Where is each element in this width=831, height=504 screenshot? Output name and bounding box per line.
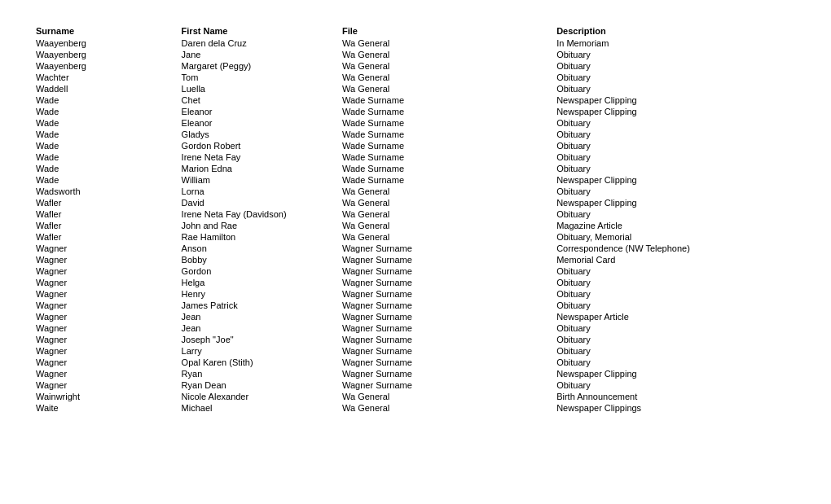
cell-firstname: Tom — [178, 72, 339, 83]
cell-file: Wa General — [339, 72, 553, 83]
cell-file: Wagner Surname — [339, 288, 553, 300]
cell-firstname: David — [178, 197, 339, 208]
table-row: WagnerOpal Karen (Stith)Wagner SurnameOb… — [33, 357, 798, 368]
cell-firstname: Luella — [178, 83, 339, 94]
cell-firstname: James Patrick — [178, 300, 339, 311]
cell-firstname: Gordon Robert — [178, 140, 339, 151]
table-row: WagnerJames PatrickWagner SurnameObituar… — [33, 300, 798, 311]
cell-description: Obituary — [553, 140, 798, 151]
cell-surname: Wade — [33, 174, 178, 186]
cell-surname: Waite — [33, 402, 178, 414]
cell-file: Wade Surname — [339, 174, 553, 186]
table-row: WaiteMichaelWa GeneralNewspaper Clipping… — [33, 402, 798, 414]
cell-description: Obituary — [553, 334, 798, 345]
cell-file: Wagner Surname — [339, 334, 553, 345]
cell-firstname: Jane — [178, 49, 339, 60]
cell-firstname: Anson — [178, 243, 339, 254]
cell-surname: Wagner — [33, 243, 178, 254]
cell-description: Obituary — [553, 265, 798, 277]
cell-firstname: Chet — [178, 94, 339, 106]
table-row: WagnerAnsonWagner SurnameCorrespondence … — [33, 243, 798, 254]
cell-description: Birth Announcement — [553, 391, 798, 402]
cell-file: Wade Surname — [339, 151, 553, 163]
cell-description: Newspaper Clipping — [553, 174, 798, 186]
cell-surname: Wagner — [33, 322, 178, 334]
cell-description: Obituary — [553, 49, 798, 60]
table-row: WagnerJoseph "Joe"Wagner SurnameObituary — [33, 334, 798, 345]
cell-surname: Wadsworth — [33, 186, 178, 197]
cell-file: Wagner Surname — [339, 357, 553, 368]
table-row: WadeMarion EdnaWade SurnameObituary — [33, 163, 798, 174]
cell-file: Wade Surname — [339, 129, 553, 140]
cell-description: Memorial Card — [553, 254, 798, 265]
cell-file: Wa General — [339, 186, 553, 197]
cell-surname: Wade — [33, 163, 178, 174]
cell-file: Wagner Surname — [339, 379, 553, 391]
cell-firstname: Irene Neta Fay — [178, 151, 339, 163]
cell-surname: Wagner — [33, 300, 178, 311]
cell-firstname: William — [178, 174, 339, 186]
cell-firstname: Henry — [178, 288, 339, 300]
cell-description: Magazine Article — [553, 220, 798, 231]
cell-description: Obituary — [553, 300, 798, 311]
table-row: WagnerHenryWagner SurnameObituary — [33, 288, 798, 300]
cell-firstname: Eleanor — [178, 117, 339, 129]
cell-surname: Waayenberg — [33, 60, 178, 72]
cell-surname: Wagner — [33, 345, 178, 357]
cell-firstname: Marion Edna — [178, 163, 339, 174]
cell-surname: Waddell — [33, 83, 178, 94]
cell-firstname: Nicole Alexander — [178, 391, 339, 402]
cell-firstname: John and Rae — [178, 220, 339, 231]
table-row: WadeWilliamWade SurnameNewspaper Clippin… — [33, 174, 798, 186]
cell-description: Obituary — [553, 163, 798, 174]
table-row: WachterTomWa GeneralObituary — [33, 72, 798, 83]
cell-description: Newspaper Clipping — [553, 94, 798, 106]
cell-description: Newspaper Clipping — [553, 106, 798, 117]
cell-file: Wagner Surname — [339, 368, 553, 379]
cell-description: Obituary — [553, 83, 798, 94]
cell-file: Wade Surname — [339, 94, 553, 106]
cell-surname: Wainwright — [33, 391, 178, 402]
col-header-file: File — [339, 24, 553, 37]
table-row: WagnerRyan DeanWagner SurnameObituary — [33, 379, 798, 391]
cell-firstname: Joseph "Joe" — [178, 334, 339, 345]
cell-surname: Wagner — [33, 265, 178, 277]
cell-surname: Wagner — [33, 254, 178, 265]
table-row: WaflerIrene Neta Fay (Davidson)Wa Genera… — [33, 208, 798, 220]
cell-description: Obituary — [553, 72, 798, 83]
cell-firstname: Margaret (Peggy) — [178, 60, 339, 72]
cell-surname: Wade — [33, 106, 178, 117]
table-row: WadeGordon RobertWade SurnameObituary — [33, 140, 798, 151]
cell-firstname: Lorna — [178, 186, 339, 197]
cell-file: Wade Surname — [339, 106, 553, 117]
cell-file: Wagner Surname — [339, 345, 553, 357]
table-row: WainwrightNicole AlexanderWa GeneralBirt… — [33, 391, 798, 402]
cell-file: Wa General — [339, 37, 553, 49]
table-row: WadeIrene Neta FayWade SurnameObituary — [33, 151, 798, 163]
cell-firstname: Daren dela Cruz — [178, 37, 339, 49]
cell-surname: Wade — [33, 151, 178, 163]
cell-description: Obituary — [553, 60, 798, 72]
table-row: WagnerRyanWagner SurnameNewspaper Clippi… — [33, 368, 798, 379]
cell-firstname: Bobby — [178, 254, 339, 265]
cell-description: Correspondence (NW Telephone) — [553, 243, 798, 254]
cell-firstname: Helga — [178, 277, 339, 288]
table-row: WaddellLuellaWa GeneralObituary — [33, 83, 798, 94]
cell-file: Wa General — [339, 391, 553, 402]
table-row: WaayenbergMargaret (Peggy)Wa GeneralObit… — [33, 60, 798, 72]
cell-surname: Wagner — [33, 334, 178, 345]
table-row: WaflerJohn and RaeWa GeneralMagazine Art… — [33, 220, 798, 231]
cell-file: Wade Surname — [339, 163, 553, 174]
cell-surname: Wafler — [33, 208, 178, 220]
cell-description: Newspaper Clipping — [553, 197, 798, 208]
table-row: WadeEleanorWade SurnameObituary — [33, 117, 798, 129]
cell-file: Wa General — [339, 60, 553, 72]
table-row: WagnerHelgaWagner SurnameObituary — [33, 277, 798, 288]
cell-surname: Wagner — [33, 288, 178, 300]
cell-file: Wa General — [339, 208, 553, 220]
cell-file: Wagner Surname — [339, 300, 553, 311]
cell-firstname: Ryan Dean — [178, 379, 339, 391]
cell-firstname: Irene Neta Fay (Davidson) — [178, 208, 339, 220]
col-header-surname: Surname — [33, 24, 178, 37]
cell-description: Obituary — [553, 117, 798, 129]
